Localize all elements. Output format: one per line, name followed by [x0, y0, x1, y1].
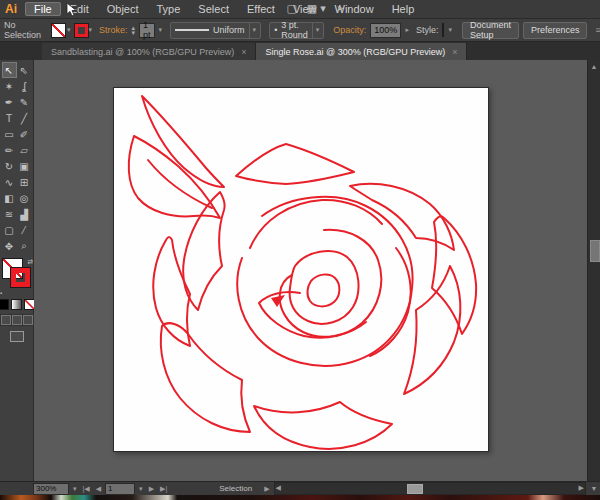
- pencil-tool[interactable]: ✏: [2, 142, 17, 158]
- blend-tool[interactable]: ◎: [17, 190, 32, 206]
- vertical-scroll-thumb[interactable]: [590, 240, 600, 262]
- scroll-up-icon[interactable]: ▲: [588, 60, 600, 72]
- tools-panel: ↖⇖✶ʆ✒✎T╱▭✐✏▱↻▣∿⊞◧◎≋▟▢⁄✥⌕ ⇄ ▪: [0, 60, 34, 481]
- opacity-field[interactable]: 100%: [370, 23, 401, 38]
- chevron-right-icon[interactable]: ▸: [405, 26, 409, 34]
- gradient-button[interactable]: [11, 299, 22, 310]
- zoom-level-field[interactable]: 300%: [33, 483, 69, 495]
- chevron-down-icon: ▾: [249, 23, 257, 38]
- draw-inside-button[interactable]: [23, 315, 33, 325]
- top-petal[interactable]: [236, 144, 354, 184]
- menu-edit[interactable]: Edit: [61, 2, 98, 16]
- spiral-ring3[interactable]: [280, 230, 382, 337]
- column-graph-tool[interactable]: ▟: [17, 206, 32, 222]
- fill-stroke-indicator[interactable]: ⇄ ▪: [0, 258, 33, 296]
- spiral-ring2[interactable]: [290, 251, 359, 324]
- swap-fill-stroke-icon[interactable]: ⇄: [27, 258, 33, 266]
- direct-selection-tool[interactable]: ⇖: [17, 62, 32, 78]
- bridge-icon[interactable]: ▢: [286, 2, 296, 15]
- stroke-weight-stepper[interactable]: ▴▾: [132, 25, 136, 35]
- leaf-upper-leaflet[interactable]: [142, 96, 224, 187]
- fill-none-icon: [51, 23, 66, 38]
- free-transform-tool[interactable]: ▣: [17, 158, 32, 174]
- width-tool[interactable]: ∿: [2, 174, 17, 190]
- artboard-tool[interactable]: ▢: [2, 222, 17, 238]
- pen-tool[interactable]: ✒: [2, 94, 17, 110]
- last-artboard-button[interactable]: ▶|: [158, 485, 169, 493]
- type-tool[interactable]: T: [2, 110, 17, 126]
- center-triangle[interactable]: [271, 295, 285, 307]
- scroll-left-icon[interactable]: ◀: [276, 484, 281, 492]
- color-mode-row: [0, 299, 35, 310]
- draw-behind-button[interactable]: [12, 315, 22, 325]
- rectangle-tool[interactable]: ▭: [2, 126, 17, 142]
- shape-builder-tool[interactable]: ◧: [2, 190, 17, 206]
- scroll-down-icon[interactable]: ▼: [588, 483, 600, 494]
- width-profile-dropdown[interactable]: • 3 pt. Round ▾: [269, 22, 324, 39]
- opacity-link[interactable]: Opacity:: [333, 25, 366, 35]
- curvature-tool[interactable]: ✎: [17, 94, 32, 110]
- spiral-center[interactable]: [307, 274, 339, 306]
- vertical-scrollbar[interactable]: ▲: [587, 60, 600, 481]
- document-tab-2[interactable]: Single Rose.ai @ 300% (RGB/GPU Preview)×: [256, 43, 467, 60]
- menu-help[interactable]: Help: [383, 2, 424, 16]
- document-setup-button[interactable]: Document Setup: [462, 22, 519, 39]
- horizontal-scroll-thumb[interactable]: [407, 484, 423, 494]
- brush-stroke-icon: [175, 29, 209, 31]
- stroke-indicator-red[interactable]: [11, 268, 30, 287]
- preferences-button[interactable]: Preferences: [523, 22, 588, 39]
- symbol-sprayer-tool[interactable]: ≋: [2, 206, 17, 222]
- stroke-swatch[interactable]: ▾: [75, 24, 93, 37]
- screen-mode-button[interactable]: [10, 331, 24, 342]
- artboard[interactable]: [113, 87, 489, 452]
- close-icon[interactable]: ×: [452, 47, 457, 57]
- next-artboard-button[interactable]: ▶: [147, 485, 156, 493]
- horizontal-scrollbar[interactable]: ◀ ▶: [274, 482, 586, 495]
- zoom-tool[interactable]: ⌕: [17, 238, 32, 254]
- eraser-tool[interactable]: ▱: [17, 142, 32, 158]
- menu-effect[interactable]: Effect: [238, 2, 284, 16]
- rotate-tool[interactable]: ↻: [2, 158, 17, 174]
- arrange-documents-icon[interactable]: ▦ ▾: [307, 2, 326, 15]
- color-button[interactable]: [0, 299, 9, 310]
- chevron-down-icon[interactable]: ▾: [67, 26, 71, 34]
- menu-file[interactable]: File: [25, 2, 61, 16]
- chevron-down-icon[interactable]: ▾: [89, 26, 93, 34]
- brush-definition-dropdown[interactable]: Uniform ▾: [170, 22, 261, 39]
- stroke-panel-link[interactable]: Stroke:: [99, 25, 128, 35]
- chevron-down-icon[interactable]: ▾: [159, 26, 163, 34]
- draw-normal-button[interactable]: [1, 315, 11, 325]
- upper-inner-arc[interactable]: [250, 200, 382, 248]
- line-segment-tool[interactable]: ╱: [17, 110, 32, 126]
- lasso-tool[interactable]: ʆ: [17, 78, 32, 94]
- menu-type[interactable]: Type: [148, 2, 190, 16]
- magic-wand-tool[interactable]: ✶: [2, 78, 17, 94]
- scroll-right-icon[interactable]: ▶: [579, 484, 584, 492]
- selection-tool[interactable]: ↖: [2, 62, 17, 78]
- bottom-petal[interactable]: [254, 402, 392, 449]
- canvas[interactable]: [34, 60, 587, 481]
- bottom-left-petal[interactable]: [161, 323, 250, 432]
- paintbrush-tool[interactable]: ✐: [17, 126, 32, 142]
- gpu-performance-icon[interactable]: ➢: [336, 2, 345, 15]
- first-artboard-button[interactable]: |◀: [81, 485, 92, 493]
- menu-select[interactable]: Select: [189, 2, 238, 16]
- mid-swirl[interactable]: [237, 197, 412, 366]
- chevron-down-icon[interactable]: ▾: [448, 26, 452, 34]
- artboard-number-field[interactable]: 1: [105, 483, 135, 495]
- default-fill-stroke-icon[interactable]: ▪: [0, 290, 2, 296]
- stroke-weight-field[interactable]: 1 pt: [139, 23, 155, 38]
- artboard-dropdown-icon[interactable]: ▾: [137, 485, 145, 493]
- document-tab-1[interactable]: Sandblasting.ai @ 100% (RGB/GPU Preview)…: [42, 43, 256, 60]
- fill-swatch[interactable]: ▾: [51, 23, 71, 38]
- status-flyout-icon[interactable]: ▶: [262, 485, 271, 493]
- menu-object[interactable]: Object: [98, 2, 148, 16]
- prev-artboard-button[interactable]: ◀: [94, 485, 103, 493]
- hand-tool[interactable]: ✥: [2, 238, 17, 254]
- style-swatch[interactable]: [442, 23, 444, 37]
- perspective-grid-tool[interactable]: ⊞: [17, 174, 32, 190]
- panel-menu-icon[interactable]: ≡▾: [595, 25, 600, 35]
- slice-tool[interactable]: ⁄: [17, 222, 32, 238]
- close-icon[interactable]: ×: [241, 47, 246, 57]
- zoom-dropdown-icon[interactable]: ▾: [71, 485, 79, 493]
